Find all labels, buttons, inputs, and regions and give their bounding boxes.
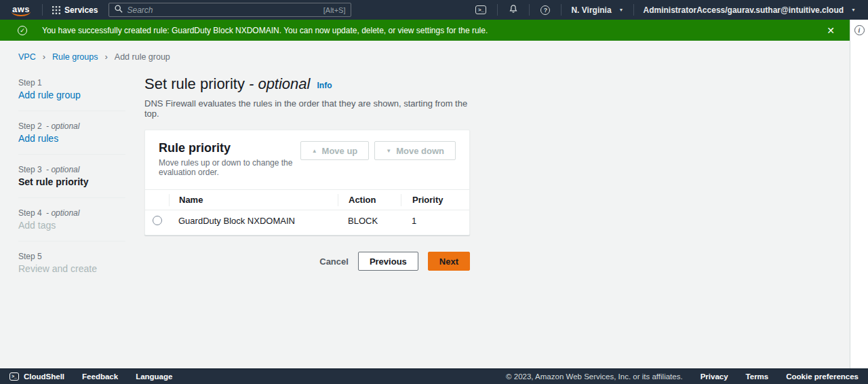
page-title-optional: - optional bbox=[249, 75, 311, 92]
cloudshell-terminal-icon: >_ bbox=[9, 372, 19, 381]
step-divider bbox=[18, 241, 125, 242]
footer-feedback-button[interactable]: Feedback bbox=[82, 372, 118, 381]
search-input[interactable] bbox=[127, 5, 319, 15]
region-label: N. Virginia bbox=[571, 5, 611, 15]
sidebar-step-set-rule-priority: Set rule priority bbox=[18, 176, 125, 187]
table-header-row: Name Action Priority bbox=[145, 189, 469, 210]
info-panel-icon[interactable]: i bbox=[854, 25, 865, 35]
footer-terms-link[interactable]: Terms bbox=[746, 372, 769, 381]
wizard-steps-nav: Step 1 Add rule group Step 2 - optional … bbox=[18, 75, 125, 274]
breadcrumb-separator-icon: › bbox=[104, 52, 107, 62]
wizard-actions: Cancel Previous Next bbox=[144, 252, 470, 271]
region-selector[interactable]: N. Virginia ▼ bbox=[567, 0, 627, 20]
aws-logo[interactable]: aws bbox=[8, 4, 37, 16]
column-header-priority: Priority bbox=[401, 194, 469, 206]
step-number: Step 5 bbox=[18, 252, 42, 261]
nav-divider bbox=[42, 4, 43, 16]
search-shortcut-hint: [Alt+S] bbox=[323, 6, 346, 14]
page-description: DNS Firewall evaluates the rules in the … bbox=[144, 98, 470, 119]
account-label: AdministratorAccess/gaurav.suthar@intuit… bbox=[644, 5, 844, 15]
services-label: Services bbox=[64, 5, 98, 15]
footer-cookie-preferences-link[interactable]: Cookie preferences bbox=[786, 372, 859, 381]
flashbar-close-icon[interactable]: ✕ bbox=[823, 24, 839, 37]
move-down-button[interactable]: ▼ Move down bbox=[374, 141, 456, 160]
nav-divider bbox=[633, 4, 634, 16]
nav-divider bbox=[497, 4, 498, 16]
move-up-button[interactable]: ▲ Move up bbox=[300, 141, 370, 160]
step-content: Set rule priority- optional Info DNS Fir… bbox=[144, 75, 470, 274]
wizard-step-2: Step 2 - optional Add rules bbox=[18, 121, 125, 144]
step-optional-label: - optional bbox=[46, 121, 79, 131]
footer-cloudshell-button[interactable]: >_ CloudShell bbox=[9, 372, 64, 381]
info-link[interactable]: Info bbox=[317, 81, 332, 90]
chevron-down-icon: ▼ bbox=[619, 7, 624, 12]
sidebar-step-add-tags: Add tags bbox=[18, 220, 125, 231]
card-title: Rule priority bbox=[159, 141, 300, 155]
card-actions: ▲ Move up ▼ Move down bbox=[300, 141, 456, 160]
success-flashbar: ✓ You have successfully created rule: Gu… bbox=[0, 20, 850, 41]
rule-name-cell: GuardDuty Block NXDOMAIN bbox=[169, 216, 338, 226]
step-optional-label: - optional bbox=[46, 165, 79, 174]
breadcrumb-vpc[interactable]: VPC bbox=[18, 52, 36, 62]
nav-divider bbox=[561, 4, 561, 16]
arrow-up-icon: ▲ bbox=[312, 148, 317, 154]
arrow-down-icon: ▼ bbox=[386, 148, 391, 154]
cloudshell-terminal-icon: >_ bbox=[475, 5, 486, 14]
page-title: Set rule priority- optional bbox=[144, 75, 310, 93]
move-up-label: Move up bbox=[322, 146, 358, 156]
footer-language-button[interactable]: Language bbox=[136, 372, 172, 381]
page-title-row: Set rule priority- optional Info bbox=[144, 75, 470, 93]
step-optional-label: - optional bbox=[46, 208, 79, 218]
step-number: Step 2 bbox=[18, 121, 42, 131]
flashbar-message: You have successfully created rule: Guar… bbox=[42, 26, 814, 35]
cancel-button[interactable]: Cancel bbox=[319, 256, 349, 267]
bell-icon bbox=[509, 4, 518, 16]
sidebar-step-review-and-create: Review and create bbox=[18, 263, 125, 274]
breadcrumb-rule-groups[interactable]: Rule groups bbox=[52, 52, 98, 62]
cloudshell-button[interactable]: >_ bbox=[470, 0, 492, 20]
rules-table: Name Action Priority GuardDuty Block NXD… bbox=[145, 189, 469, 231]
wizard-step-5: Step 5 Review and create bbox=[18, 252, 125, 274]
footer-copyright: © 2023, Amazon Web Services, Inc. or its… bbox=[506, 372, 683, 381]
wizard-step-1: Step 1 Add rule group bbox=[18, 78, 125, 100]
search-icon bbox=[115, 5, 123, 15]
row-radio-button[interactable] bbox=[153, 216, 162, 225]
card-header: Rule priority Move rules up or down to c… bbox=[145, 130, 469, 187]
chevron-down-icon: ▼ bbox=[851, 7, 856, 12]
step-number: Step 4 bbox=[18, 208, 42, 218]
move-down-label: Move down bbox=[396, 146, 444, 156]
services-menu-button[interactable]: Services bbox=[48, 0, 102, 20]
step-divider bbox=[18, 111, 125, 111]
footer-privacy-link[interactable]: Privacy bbox=[701, 372, 728, 381]
account-menu[interactable]: AdministratorAccess/gaurav.suthar@intuit… bbox=[639, 0, 860, 20]
step-divider bbox=[18, 197, 125, 198]
table-row: GuardDuty Block NXDOMAIN BLOCK 1 bbox=[145, 210, 469, 231]
card-description: Move rules up or down to change the eval… bbox=[159, 158, 300, 177]
wizard-step-4: Step 4 - optional Add tags bbox=[18, 208, 125, 231]
column-header-action: Action bbox=[338, 194, 401, 206]
nav-divider bbox=[529, 4, 530, 16]
rule-action-cell: BLOCK bbox=[338, 216, 401, 226]
console-footer: >_ CloudShell Feedback Language © 2023, … bbox=[0, 368, 868, 384]
previous-button[interactable]: Previous bbox=[358, 252, 418, 271]
main-content: VPC › Rule groups › Add rule group Step … bbox=[0, 41, 850, 368]
help-button[interactable]: ? bbox=[535, 0, 555, 20]
sidebar-step-add-rules[interactable]: Add rules bbox=[18, 133, 125, 144]
breadcrumb-current: Add rule group bbox=[115, 52, 170, 62]
step-number: Step 3 bbox=[18, 165, 42, 174]
breadcrumb: VPC › Rule groups › Add rule group bbox=[18, 52, 850, 62]
column-header-name: Name bbox=[169, 194, 338, 206]
next-button[interactable]: Next bbox=[428, 252, 470, 271]
success-check-icon: ✓ bbox=[18, 26, 27, 35]
notifications-button[interactable] bbox=[503, 0, 524, 20]
wizard-layout: Step 1 Add rule group Step 2 - optional … bbox=[18, 75, 850, 274]
services-grid-icon bbox=[52, 6, 60, 14]
sidebar-step-add-rule-group[interactable]: Add rule group bbox=[18, 90, 125, 100]
footer-cloudshell-label: CloudShell bbox=[24, 372, 64, 381]
page-title-text: Set rule priority bbox=[144, 75, 245, 92]
rule-priority-cell: 1 bbox=[401, 216, 469, 226]
breadcrumb-separator-icon: › bbox=[43, 52, 45, 62]
help-panel-strip: i bbox=[850, 20, 868, 368]
global-search[interactable]: [Alt+S] bbox=[108, 3, 351, 17]
wizard-step-3: Step 3 - optional Set rule priority bbox=[18, 165, 125, 187]
